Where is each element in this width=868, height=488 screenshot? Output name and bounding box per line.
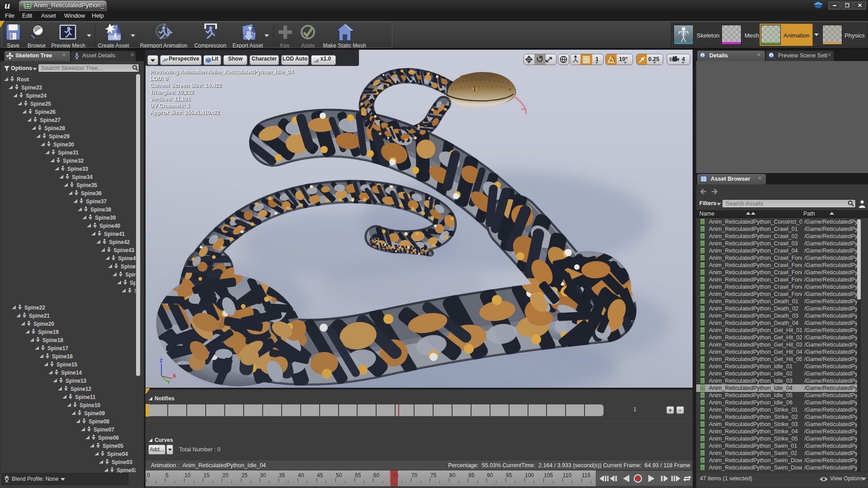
svg-text:X: X	[173, 373, 176, 379]
svg-text:Z: Z	[160, 358, 163, 363]
svg-text:Y: Y	[167, 380, 170, 384]
svg-text:u: u	[5, 0, 10, 10]
